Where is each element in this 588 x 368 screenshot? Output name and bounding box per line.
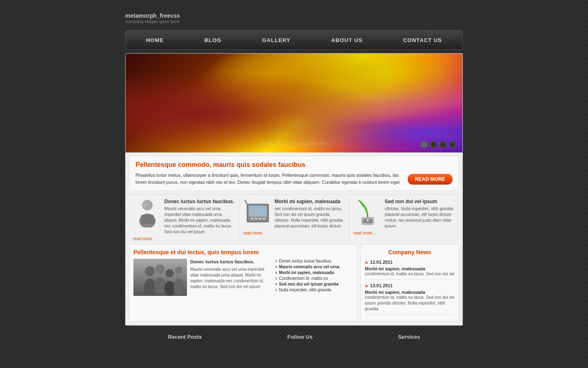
nav-about[interactable]: ABOUT US	[323, 33, 371, 47]
list-arrow-2: »	[275, 270, 278, 275]
footer: Recent Posts Follow Us Services	[125, 326, 463, 344]
footer-follow-us: Follow Us	[287, 334, 313, 340]
list-item-2: » Morbi mi sapien, malesuada	[275, 270, 352, 275]
featured-title: Pellentesque commodo, mauris quis sodale…	[135, 161, 453, 169]
news-bullet-2: »	[365, 282, 368, 289]
svg-rect-8	[258, 218, 261, 219]
device-icon	[353, 199, 382, 227]
news-text-1: condimentum id, mattis eu lacus. Sed non…	[365, 271, 455, 280]
list-item-3: » Condimentum id, mattis eu	[275, 276, 352, 281]
news-date-text-1: 12.01.2011	[370, 260, 393, 265]
list-item-text-5: Nulla imperdiet, nibh gravida	[279, 288, 331, 292]
col3-readmore[interactable]: read more...	[353, 231, 455, 235]
hero-dot-1[interactable]	[420, 141, 428, 148]
svg-rect-9	[262, 218, 265, 219]
news-bullet-1: »	[365, 259, 368, 265]
hero-watermark: www.thepcmanwebsite.com	[261, 140, 327, 146]
list-item-text-2: Morbi mi sapien, malesuada	[279, 270, 334, 275]
person-icon	[133, 199, 162, 227]
bottom-text-col: Donec luctus luctus faucibus. Mauris ven…	[190, 259, 268, 296]
nav-home[interactable]: HOME	[138, 33, 172, 47]
company-news: Company News » 12.01.2011 Morbi mi sapie…	[360, 244, 459, 322]
bottom-inner: Donec luctus luctus faucibus. Mauris ven…	[133, 259, 352, 296]
hero-dots	[420, 141, 456, 148]
bottom-image	[133, 259, 187, 296]
list-arrow-3: »	[275, 276, 278, 281]
bottom-left: Pellentesque et dui lectus, quis tempus …	[129, 244, 357, 322]
site-title: metamorph_freecss	[125, 12, 463, 19]
svg-line-10	[245, 200, 247, 204]
svg-rect-2	[141, 215, 154, 224]
hero-dot-2[interactable]	[430, 141, 437, 148]
nav-bar: HOME BLOG GALLERY ABOUT US CONTACT US	[125, 30, 463, 50]
list-item-text-3: Condimentum id, mattis eu	[279, 276, 328, 281]
svg-point-22	[175, 267, 182, 274]
footer-recent-posts: Recent Posts	[168, 334, 202, 340]
site-header: metamorph_freecss company slogan goes he…	[125, 8, 463, 30]
list-item-4: » Sed non dui vel ipsum gravida	[275, 282, 352, 286]
svg-point-18	[156, 265, 165, 274]
bottom-left-title: Pellentesque et dui lectus, quis tempus …	[133, 249, 352, 255]
three-columns: Donec luctus luctus faucibus. Mauris ven…	[129, 194, 459, 241]
hero-banner: www.thepcmanwebsite.com	[126, 54, 462, 152]
svg-rect-7	[254, 218, 257, 219]
news-date-1: » 12.01.2011	[365, 259, 455, 265]
svg-point-13	[367, 219, 369, 221]
col1-readmore[interactable]: read more...	[133, 237, 235, 241]
svg-point-3	[143, 204, 146, 206]
col-item-1: Donec luctus luctus faucibus. Mauris ven…	[129, 199, 239, 241]
list-arrow-1: »	[275, 265, 278, 269]
svg-point-19	[154, 277, 166, 294]
col-item-3: Sed non dui vel ipsum ultricies. Nulla i…	[349, 199, 459, 241]
col-item-2: Morbi mi sapien, malesuada nec condiment…	[239, 199, 350, 241]
footer-services: Services	[398, 334, 420, 340]
hero-dot-3[interactable]	[439, 141, 447, 148]
news-date-2: » 13.01.2011	[365, 282, 455, 289]
svg-point-23	[174, 279, 184, 295]
list-item-text-0: Donec luctus luctus faucibus.	[279, 259, 333, 263]
featured-section: Pellentesque commodo, mauris quis sodale…	[129, 156, 459, 191]
nav-contact[interactable]: CONTACT US	[395, 33, 450, 47]
hero-dot-4[interactable]	[449, 141, 456, 148]
news-text-2: condimentum id, mattis eu lacus. Sed non…	[365, 295, 455, 315]
svg-rect-5	[249, 206, 267, 217]
list-arrow-5: »	[275, 288, 278, 292]
news-date-text-2: 13.01.2011	[370, 283, 393, 288]
svg-point-16	[145, 266, 155, 276]
svg-point-17	[144, 279, 156, 296]
news-subtitle-2: Morbi mi sapien, malesuada	[365, 290, 455, 295]
company-news-title: Company News	[365, 249, 455, 255]
list-item-1: » Mauris venenatis arcu vel urna	[275, 265, 352, 269]
svg-point-21	[164, 281, 175, 296]
list-item-5: » Nulla imperdiet, nibh gravida	[275, 288, 352, 292]
nav-blog[interactable]: BLOG	[196, 33, 230, 47]
main-content: www.thepcmanwebsite.com Pellentesque com…	[125, 53, 463, 326]
list-item-text-1: Mauris venenatis arcu vel urna	[279, 265, 339, 269]
list-arrow-0: »	[275, 259, 278, 263]
bl-col-text: Mauris venenatis arcu vel urna imperdiet…	[190, 267, 268, 290]
col2-readmore[interactable]: read more...	[243, 231, 345, 235]
phone-icon	[243, 199, 272, 227]
bl-col-title: Donec luctus luctus faucibus.	[190, 259, 268, 265]
list-item-text-4: Sed non dui vel ipsum gravida	[279, 282, 338, 286]
list-arrow-4: »	[275, 282, 278, 286]
read-more-button[interactable]: READ MORE	[408, 174, 453, 185]
site-slogan: company slogan goes here	[125, 19, 463, 24]
svg-rect-6	[250, 218, 253, 219]
list-item-0: » Donec luctus luctus faucibus.	[275, 259, 352, 263]
hero-gradient	[126, 54, 462, 152]
news-subtitle-1: Morbi mi sapien, malesuada	[365, 266, 455, 271]
svg-point-20	[166, 269, 174, 277]
bottom-section: Pellentesque et dui lectus, quis tempus …	[129, 244, 459, 322]
nav-gallery[interactable]: GALLERY	[254, 33, 299, 47]
list-col: » Donec luctus luctus faucibus. » Mauris…	[271, 259, 352, 296]
featured-text: Phasellus tortor metus, ullamcorper a ti…	[135, 172, 453, 185]
